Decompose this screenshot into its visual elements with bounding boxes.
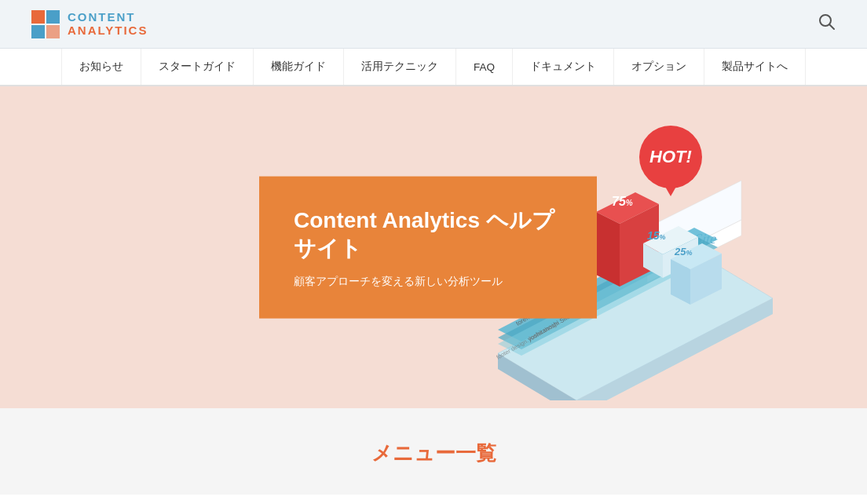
logo-line1: CONTENT bbox=[68, 11, 148, 24]
nav-item-technique[interactable]: 活用テクニック bbox=[344, 49, 456, 85]
nav-item-news[interactable]: お知らせ bbox=[61, 49, 141, 85]
svg-line-1 bbox=[829, 24, 834, 29]
nav-item-faq[interactable]: FAQ bbox=[456, 49, 513, 85]
logo-text: CONTENT ANALYTICS bbox=[68, 11, 148, 37]
hero-section: HOT! Content Analytics ヘルプサイト 顧客アプローチを変え… bbox=[0, 86, 867, 408]
nav-item-function[interactable]: 機能ガイド bbox=[254, 49, 344, 85]
nav-item-start[interactable]: スタートガイド bbox=[141, 49, 254, 85]
site-header: CONTENT ANALYTICS bbox=[0, 0, 867, 49]
hero-subtitle: 顧客アプローチを変える新しい分析ツール bbox=[294, 274, 562, 288]
menu-title: メニュー一覧 bbox=[0, 440, 867, 467]
nav-item-product[interactable]: 製品サイトへ bbox=[704, 49, 806, 85]
hot-bubble: HOT! bbox=[639, 126, 702, 188]
bottom-section: メニュー一覧 bbox=[0, 408, 867, 495]
hero-title: Content Analytics ヘルプサイト bbox=[294, 206, 562, 264]
hot-label: HOT! bbox=[649, 147, 692, 167]
logo-line2: ANALYTICS bbox=[68, 24, 148, 38]
logo[interactable]: CONTENT ANALYTICS bbox=[31, 10, 148, 38]
nav-item-document[interactable]: ドキュメント bbox=[513, 49, 614, 85]
hero-text-box: Content Analytics ヘルプサイト 顧客アプローチを変える新しい分… bbox=[259, 177, 597, 319]
svg-marker-18 bbox=[596, 212, 620, 287]
logo-icon bbox=[31, 10, 60, 38]
main-nav: お知らせ スタートガイド 機能ガイド 活用テクニック FAQ ドキュメント オプ… bbox=[0, 49, 867, 86]
nav-item-option[interactable]: オプション bbox=[614, 49, 704, 85]
search-icon[interactable] bbox=[818, 13, 836, 35]
